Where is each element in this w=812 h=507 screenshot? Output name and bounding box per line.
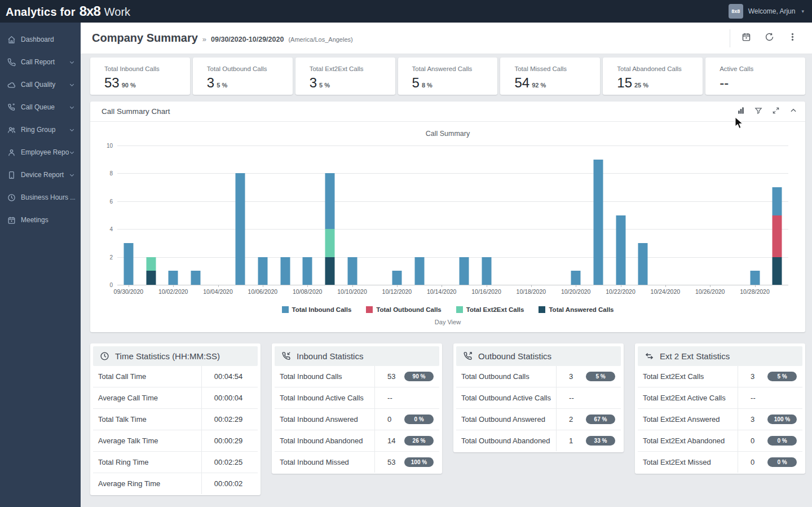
table-row-label: Average Call Time <box>93 387 202 408</box>
table-row-value: 00:00:29 <box>202 430 258 451</box>
legend-swatch <box>282 306 289 313</box>
x-axis-tick-label: 10/14/2020 <box>427 288 457 295</box>
device-icon <box>7 171 16 179</box>
stat-card-label: Active Calls <box>720 65 800 72</box>
sidebar-item-dashboard[interactable]: Dashboard <box>0 28 81 51</box>
chevron-down-icon <box>69 127 75 133</box>
percentage-badge: 0 % <box>767 436 797 446</box>
table-row: Total Outbound Abandoned133 % <box>456 430 621 451</box>
gridline <box>117 173 788 174</box>
table-row-value: 0 <box>375 409 404 430</box>
expand-button[interactable] <box>772 107 780 117</box>
stat-card-total-ext2ext-calls: Total Ext2Ext Calls35 % <box>295 58 395 95</box>
stat-card-percentage: 92 % <box>532 82 546 89</box>
table-row-value: -- <box>738 387 802 408</box>
table-row: Average Talk Time00:00:29 <box>93 430 258 452</box>
table-row: Total Ext2Ext Active Calls-- <box>638 387 802 409</box>
table-row-label: Total Talk Time <box>93 409 202 430</box>
stat-card-total-missed-calls: Total Missed Calls5492 % <box>500 58 600 95</box>
legend-swatch <box>456 306 463 313</box>
sidebar-item-ring-group[interactable]: Ring Group <box>0 118 81 141</box>
sidebar-item-device-report[interactable]: Device Report <box>0 164 81 186</box>
table-row-label: Total Outbound Answered <box>456 409 557 430</box>
stat-card-value-row: 1525 % <box>617 75 697 91</box>
collapse-chevron-icon <box>789 107 797 114</box>
stat-card-percentage: 8 % <box>422 82 433 89</box>
legend-label: Total Ext2Ext Calls <box>466 306 524 313</box>
bar-segment-total-inbound-calls <box>638 243 648 285</box>
table-row-value: 00:02:29 <box>202 409 258 430</box>
table-ext-2-ext-statistics: Ext 2 Ext StatisticsTotal Ext2Ext Calls3… <box>635 343 805 474</box>
phone-icon <box>7 58 16 67</box>
legend-item-total-outbound-calls[interactable]: Total Outbound Calls <box>366 306 441 313</box>
expand-icon <box>772 107 780 114</box>
sidebar-item-call-report[interactable]: Call Report <box>0 51 81 73</box>
table-row-label: Total Call Time <box>93 366 202 387</box>
table-title: Ext 2 Ext Statistics <box>660 351 730 361</box>
bar-segment-total-ext2ext-calls <box>146 257 156 271</box>
sidebar-item-call-quality[interactable]: Call Quality <box>0 73 81 96</box>
refresh-button[interactable] <box>765 32 774 44</box>
stat-card-total-inbound-calls: Total Inbound Calls5390 % <box>90 58 190 95</box>
collapse-chevron-button[interactable] <box>789 107 797 117</box>
call-queue-icon <box>7 103 16 112</box>
legend-label: Total Inbound Calls <box>292 306 352 313</box>
bar-segment-total-inbound-calls <box>191 271 200 285</box>
percentage-badge: 0 % <box>404 415 434 424</box>
stat-card-value: 3 <box>310 75 317 90</box>
table-row-value: 3 <box>738 366 767 387</box>
stat-card-total-answered-calls: Total Answered Calls58 % <box>398 58 498 95</box>
table-row: Total Outbound Calls35 % <box>456 366 621 387</box>
table-row: Total Ext2Ext Calls35 % <box>638 366 802 387</box>
x-axis-tick-label: 10/28/2020 <box>740 288 770 295</box>
user-menu[interactable]: 8x8 Welcome, Arjun ▾ <box>729 4 804 19</box>
table-row: Total Inbound Answered00 % <box>275 409 439 430</box>
stat-card-value-row: 35 % <box>310 75 390 91</box>
table-row-label: Total Ext2Ext Answered <box>638 409 738 430</box>
table-row-label: Total Ext2Ext Missed <box>638 452 738 473</box>
table-row-value: -- <box>375 387 439 408</box>
chevron-down-icon <box>69 82 75 88</box>
sidebar-item-meetings[interactable]: Meetings <box>0 209 81 231</box>
stat-cards-row: Total Inbound Calls5390 %Total Outbound … <box>90 58 805 95</box>
table-row-label: Total Ring Time <box>93 452 202 473</box>
table-row-label: Total Ext2Ext Active Calls <box>638 387 738 408</box>
x-axis-tick-label: 10/26/2020 <box>695 288 725 295</box>
table-row: Total Ext2Ext Abandoned00 % <box>638 430 802 452</box>
x-axis-tick-label: 10/12/2020 <box>382 288 412 295</box>
sidebar-item-call-queue[interactable]: Call Queue <box>0 96 81 118</box>
bar-segment-total-inbound-calls <box>773 187 782 215</box>
ext2ext-icon <box>645 351 654 361</box>
table-title: Inbound Statistics <box>297 351 363 361</box>
table-row-value: 3 <box>557 366 586 387</box>
bar-segment-total-inbound-calls <box>280 257 290 285</box>
sidebar-item-label: Employee Report <box>21 148 69 156</box>
sidebar-item-employee-report[interactable]: Employee Report <box>0 141 81 164</box>
date-range: 09/30/2020-10/29/2020 <box>211 36 284 43</box>
table-row-value: -- <box>557 387 621 408</box>
legend-item-total-ext2ext-calls[interactable]: Total Ext2Ext Calls <box>456 306 524 313</box>
bar-segment-total-inbound-calls <box>616 215 625 285</box>
sidebar-item-label: Call Quality <box>21 81 69 89</box>
sidebar-item-business-hours[interactable]: Business Hours ... <box>0 186 81 209</box>
legend-item-total-inbound-calls[interactable]: Total Inbound Calls <box>282 306 352 313</box>
bar-segment-total-inbound-calls <box>258 257 267 285</box>
stat-card-label: Total Inbound Calls <box>104 65 184 72</box>
y-axis-tick-label: 8 <box>90 170 113 177</box>
statistics-tables-row: Time Statistics (HH:MM:SS)Total Call Tim… <box>90 343 805 495</box>
legend-item-total-answered-calls[interactable]: Total Answered Calls <box>539 306 614 313</box>
stat-card-value: 53 <box>104 75 120 90</box>
stat-card-value-row: 35 % <box>207 75 287 91</box>
bar-chart-button[interactable] <box>737 107 745 117</box>
table-row-value: 2 <box>557 409 586 430</box>
outbound-call-icon <box>463 351 473 361</box>
table-header: Inbound Statistics <box>275 346 439 366</box>
filter-icon <box>754 107 762 114</box>
table-row-value: 1 <box>557 430 586 451</box>
kebab-menu-button[interactable] <box>788 32 797 44</box>
bar-segment-total-inbound-calls <box>325 173 334 229</box>
kebab-menu-icon <box>788 32 797 42</box>
filter-button[interactable] <box>754 107 762 117</box>
calendar-button[interactable] <box>742 32 751 44</box>
main-content: Company Summary » 09/30/2020-10/29/2020 … <box>81 23 812 507</box>
